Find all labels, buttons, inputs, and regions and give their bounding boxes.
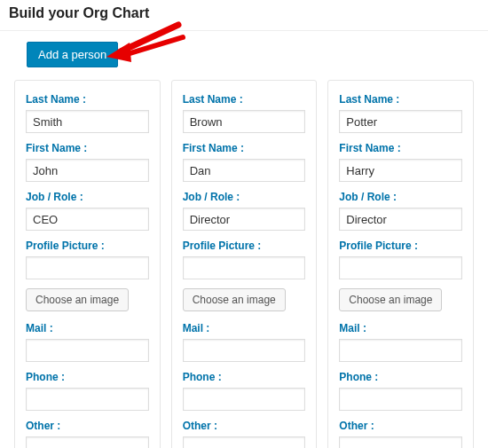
person-cards: Last Name : First Name : Job / Role : Pr… — [0, 80, 488, 448]
profile-picture-input[interactable] — [339, 256, 462, 279]
phone-label: Phone : — [26, 371, 149, 383]
profile-picture-label: Profile Picture : — [339, 240, 462, 252]
phone-input[interactable] — [183, 388, 306, 411]
first-name-label: First Name : — [26, 142, 149, 154]
phone-input[interactable] — [26, 388, 149, 411]
person-card: Last Name : First Name : Job / Role : Pr… — [171, 80, 318, 448]
first-name-label: First Name : — [183, 142, 306, 154]
job-role-label: Job / Role : — [183, 191, 306, 203]
profile-picture-input[interactable] — [183, 256, 306, 279]
job-role-input[interactable] — [183, 208, 306, 231]
phone-label: Phone : — [183, 371, 306, 383]
first-name-input[interactable] — [183, 159, 306, 182]
choose-image-button[interactable]: Choose an image — [339, 288, 442, 311]
other-label: Other : — [339, 420, 462, 432]
last-name-input[interactable] — [26, 110, 149, 133]
mail-input[interactable] — [183, 339, 306, 362]
add-person-button[interactable]: Add a person — [27, 42, 118, 67]
choose-image-button[interactable]: Choose an image — [26, 288, 129, 311]
profile-picture-input[interactable] — [26, 256, 149, 279]
choose-image-button[interactable]: Choose an image — [183, 288, 286, 311]
job-role-label: Job / Role : — [26, 191, 149, 203]
last-name-label: Last Name : — [339, 93, 462, 106]
last-name-label: Last Name : — [183, 93, 306, 106]
first-name-label: First Name : — [339, 142, 462, 154]
first-name-input[interactable] — [26, 159, 149, 182]
job-role-input[interactable] — [339, 208, 462, 231]
profile-picture-label: Profile Picture : — [26, 240, 149, 252]
page-title: Build your Org Chart — [0, 0, 488, 31]
last-name-label: Last Name : — [26, 93, 149, 106]
phone-label: Phone : — [339, 371, 462, 383]
mail-input[interactable] — [26, 339, 149, 362]
other-input[interactable] — [26, 436, 149, 448]
person-card: Last Name : First Name : Job / Role : Pr… — [14, 80, 161, 448]
person-card: Last Name : First Name : Job / Role : Pr… — [327, 80, 474, 448]
last-name-input[interactable] — [183, 110, 306, 133]
other-label: Other : — [26, 420, 149, 432]
job-role-label: Job / Role : — [339, 191, 462, 203]
job-role-input[interactable] — [26, 208, 149, 231]
mail-label: Mail : — [183, 322, 306, 334]
profile-picture-label: Profile Picture : — [183, 240, 306, 252]
phone-input[interactable] — [339, 388, 462, 411]
other-input[interactable] — [339, 436, 462, 448]
first-name-input[interactable] — [339, 159, 462, 182]
mail-input[interactable] — [339, 339, 462, 362]
mail-label: Mail : — [26, 322, 149, 334]
mail-label: Mail : — [339, 322, 462, 334]
toolbar: Add a person — [0, 31, 488, 80]
other-label: Other : — [183, 420, 306, 432]
other-input[interactable] — [183, 436, 306, 448]
last-name-input[interactable] — [339, 110, 462, 133]
